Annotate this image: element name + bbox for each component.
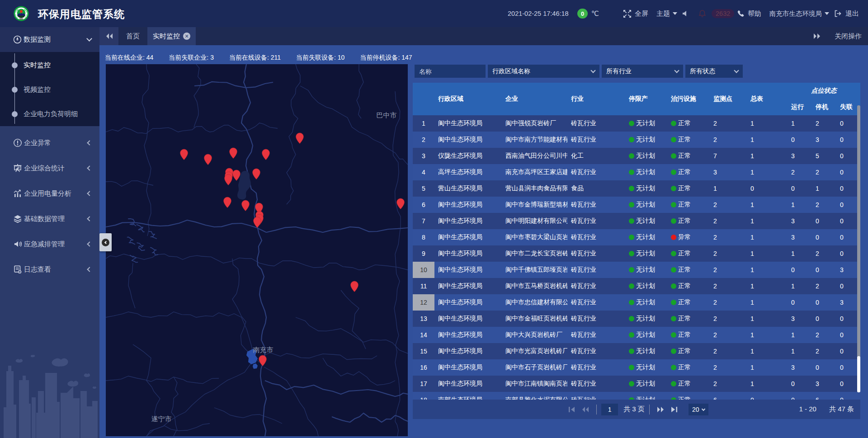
map-marker-pin[interactable] xyxy=(224,174,233,186)
temperature-badge: 0 xyxy=(577,9,588,19)
first-page-button[interactable] xyxy=(565,404,578,415)
map-marker-pin[interactable] xyxy=(179,149,189,160)
map-marker-pin[interactable] xyxy=(203,154,212,165)
sidebar-item-4[interactable]: 应急减排管理 xyxy=(0,231,99,257)
submenu-item-2[interactable]: 企业电力负荷明细 xyxy=(0,102,99,126)
table-row[interactable]: 8 阆中生态环境局 阆中市枣碧大梁山页岩 砖瓦行业 无计划 异常 2 1 3 0… xyxy=(413,229,860,245)
status-dot-green xyxy=(629,316,634,321)
table-row[interactable]: 14 阆中生态环境局 阆中大兴页岩机砖厂 砖瓦行业 无计划 正常 2 1 1 2… xyxy=(413,327,860,343)
map-marker-pin[interactable] xyxy=(229,147,238,159)
logout-icon xyxy=(834,10,842,17)
page-number-input[interactable] xyxy=(601,404,618,415)
logout-button[interactable]: 退出 xyxy=(834,0,859,27)
table-row[interactable]: 18 南部生态环境局 南部县雅化水泥有限公 砖瓦行业 无计划 正常 6 0 0 … xyxy=(413,392,860,400)
stat-2: 当前在线设备: 211 xyxy=(229,54,281,62)
submenu-dot-icon xyxy=(12,87,18,93)
table-row[interactable]: 7 阆中生态环境局 阆中明阳建材有限公司 砖瓦行业 无计划 正常 2 1 3 0… xyxy=(413,213,860,229)
sidebar-item-0[interactable]: 企业异常 xyxy=(0,130,99,155)
map-marker-pin[interactable] xyxy=(253,217,262,228)
tab-realtime-monitor[interactable]: 实时监控 ✕ xyxy=(147,27,196,45)
table-row[interactable]: 3 仪陇生态环境局 西南油气田分公司川中 化工 无计划 正常 7 1 3 5 0 xyxy=(413,148,860,164)
stat-1: 当前失联企业: 3 xyxy=(169,54,214,62)
next-page-button[interactable] xyxy=(654,404,668,415)
table-row[interactable]: 15 阆中生态环境局 阆中市光富页岩机砖厂 砖瓦行业 无计划 正常 2 1 1 … xyxy=(413,343,860,359)
status-dot-green xyxy=(671,170,676,175)
map-marker-pin[interactable] xyxy=(223,197,232,208)
caret-down-icon xyxy=(825,12,829,15)
status-dot-green xyxy=(629,267,634,273)
table-row[interactable]: 16 阆中生态环境局 阆中市石子页岩机砖厂 砖瓦行业 无计划 正常 2 1 3 … xyxy=(413,359,860,376)
sidebar-item-1[interactable]: 企业综合统计 xyxy=(0,155,99,181)
stats-bar: 当前在线企业: 44当前失联企业: 3当前在线设备: 211当前失联设备: 10… xyxy=(105,50,428,66)
prev-page-button[interactable] xyxy=(578,404,592,415)
col-facility: 治污设施 xyxy=(667,83,710,115)
table-body-scroll[interactable]: 1 阆中生态环境局 阆中强锐页岩砖厂 砖瓦行业 无计划 正常 2 1 1 2 0… xyxy=(413,115,860,400)
map-marker-pin[interactable] xyxy=(350,281,359,292)
map-collapse-button[interactable] xyxy=(99,233,112,251)
chevron-down-icon xyxy=(674,68,679,73)
presentation-icon xyxy=(13,164,22,173)
theme-dropdown[interactable]: 主题 xyxy=(656,0,677,27)
submenu-item-0[interactable]: 实时监控 xyxy=(0,53,99,77)
help-button[interactable]: 帮助 xyxy=(737,0,761,27)
industry-select[interactable]: 所有行业 xyxy=(602,65,683,78)
table-row[interactable]: 13 阆中生态环境局 阆中市金福旺页岩机砖 砖瓦行业 无计划 正常 2 1 3 … xyxy=(413,311,860,327)
col-company: 企业 xyxy=(502,83,567,115)
table-row[interactable]: 4 高坪生态环境局 南充市高坪区王家店建 砖瓦行业 无计划 正常 3 1 2 2… xyxy=(413,164,860,180)
close-operations-dropdown[interactable]: 关闭操作 xyxy=(835,32,862,41)
map-marker-pin[interactable] xyxy=(396,198,405,210)
sidebar-item-3[interactable]: 基础数据管理 xyxy=(0,206,99,231)
status-dot-green xyxy=(671,283,676,289)
map-panel[interactable]: 巴中市南充市遂宁市 xyxy=(106,64,408,436)
table-row[interactable]: 11 阆中生态环境局 阆中市五马桥页岩机砖 砖瓦行业 无计划 正常 2 1 1 … xyxy=(413,278,860,294)
right-panel: 行政区域名称 所有行业 所有状态 行政区域 xyxy=(413,45,860,438)
status-dot-green xyxy=(671,300,676,305)
status-dot-green xyxy=(671,316,676,321)
scrollbar-thumb[interactable] xyxy=(857,356,860,392)
status-dot-green xyxy=(671,186,676,191)
status-dot-green xyxy=(671,153,676,159)
status-dot-green xyxy=(671,332,676,338)
map-marker-pin[interactable] xyxy=(241,200,250,212)
table-row[interactable]: 17 阆中生态环境局 阆中市江南镇阆南页岩 砖瓦行业 无计划 正常 2 1 0 … xyxy=(413,376,860,392)
table-body: 1 阆中生态环境局 阆中强锐页岩砖厂 砖瓦行业 无计划 正常 2 1 1 2 0… xyxy=(413,115,860,400)
tabs-scroll-right-button[interactable] xyxy=(813,33,821,39)
table-row[interactable]: 2 阆中生态环境局 阆中市南方节能建材有 砖瓦行业 无计划 正常 2 1 0 3… xyxy=(413,132,860,148)
record-total-label: 共 47 条 xyxy=(829,405,854,414)
fullscreen-button[interactable]: 全屏 xyxy=(623,0,648,27)
col-point-status: 点位状态 xyxy=(788,83,860,99)
status-select[interactable]: 所有状态 xyxy=(685,65,743,78)
collapse-left-icon xyxy=(102,239,109,246)
region-select[interactable]: 行政区域名称 xyxy=(488,65,599,78)
fullscreen-icon xyxy=(623,9,632,18)
caret-down-icon xyxy=(673,12,677,15)
company-table: 行政区域 企业 行业 停限产 治污设施 监测点 总表 点位状态 运行 停机 失联 xyxy=(413,83,860,419)
status-dot-green xyxy=(629,137,634,142)
mute-button[interactable] xyxy=(682,0,689,27)
map-city-label: 遂宁市 xyxy=(151,415,172,424)
table-row[interactable]: 12 阆中生态环境局 阆中市忠信建材有限公 砖瓦行业 无计划 正常 2 1 0 … xyxy=(413,294,860,311)
record-range-label: 1 - 20 xyxy=(799,405,816,414)
table-scrollbar[interactable] xyxy=(857,105,860,392)
sidebar-item-2[interactable]: 企业用电量分析 xyxy=(0,181,99,206)
map-marker-pin[interactable] xyxy=(252,168,261,180)
sidebar-item-5[interactable]: 日志查看 xyxy=(0,257,99,282)
page-size-select[interactable]: 20 xyxy=(689,404,708,415)
notifications[interactable]: 2632 xyxy=(698,0,734,27)
map-marker-pin[interactable] xyxy=(258,355,267,367)
last-page-button[interactable] xyxy=(668,404,681,415)
table-row[interactable]: 6 阆中生态环境局 阆中市金博瑞新型墙材 砖瓦行业 无计划 正常 2 1 1 2… xyxy=(413,197,860,213)
map-marker-pin[interactable] xyxy=(261,149,270,160)
name-search-input[interactable] xyxy=(415,65,486,78)
submenu-item-1[interactable]: 视频监控 xyxy=(0,77,99,102)
table-row[interactable]: 10 阆中生态环境局 阆中千佛镇五郎垭页岩 砖瓦行业 无计划 正常 2 1 0 … xyxy=(413,262,860,278)
map-marker-pin[interactable] xyxy=(295,132,304,144)
tab-home[interactable]: 首页 xyxy=(118,27,147,45)
tabs-scroll-left-button[interactable] xyxy=(99,27,118,45)
org-dropdown[interactable]: 南充市生态环境局 xyxy=(769,0,829,27)
sidebar-group-data-monitor[interactable]: 数据监测 xyxy=(0,27,99,52)
table-row[interactable]: 1 阆中生态环境局 阆中强锐页岩砖厂 砖瓦行业 无计划 正常 2 1 1 2 0 xyxy=(413,115,860,132)
tab-close-icon[interactable]: ✕ xyxy=(183,33,190,40)
table-row[interactable]: 9 阆中生态环境局 阆中市二龙长宝页岩砖 砖瓦行业 无计划 正常 2 1 1 2… xyxy=(413,245,860,262)
table-row[interactable]: 5 营山生态环境局 营山县润丰肉食品有限 食品 无计划 正常 1 0 0 1 0 xyxy=(413,180,860,197)
